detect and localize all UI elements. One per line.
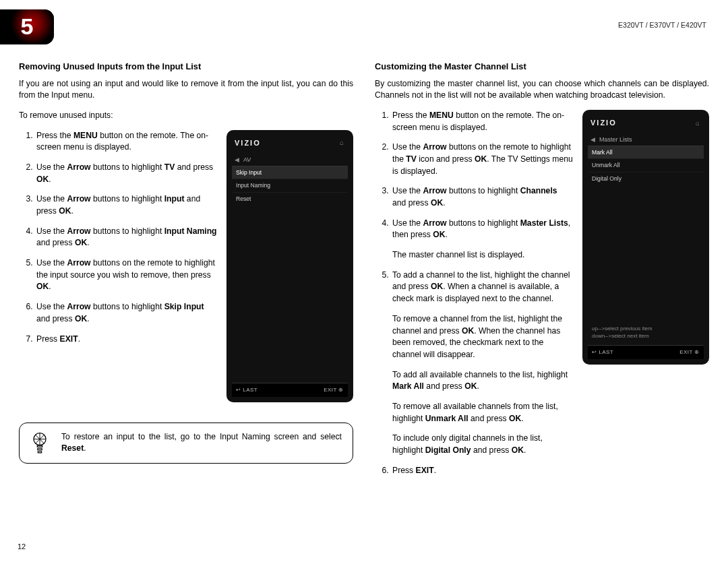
phone-body-space	[232, 205, 348, 380]
phone-crumb-text: AV	[243, 156, 251, 164]
phone-exit: EXIT ⊕	[324, 386, 344, 394]
right-step-3: Use the Arrow buttons to highlight Chann…	[391, 185, 573, 209]
phone-row-unmark-all: Unmark All	[588, 158, 704, 171]
chevron-left-icon: ◀	[590, 135, 595, 144]
right-step-6: Press EXIT.	[391, 465, 573, 477]
right-steps-list: Press the MENU button on the remote. The…	[375, 110, 573, 477]
right-step-4: Use the Arrow buttons to highlight Maste…	[391, 218, 573, 261]
left-lead: To remove unused inputs:	[19, 110, 353, 122]
left-step-3: Use the Arrow buttons to highlight Input…	[35, 193, 217, 217]
phone-footer: ↩ LAST EXIT ⊕	[588, 345, 704, 359]
right-step-5: To add a channel to the list, highlight …	[391, 270, 573, 457]
phone-crumb: ◀ AV	[232, 154, 348, 166]
phone-crumb-text: Master Lists	[599, 135, 632, 144]
left-step-5: Use the Arrow buttons on the remote to h…	[35, 257, 217, 293]
phone-row-digital-only: Digital Only	[588, 172, 704, 185]
right-heading: Customizing the Master Channel List	[375, 61, 709, 73]
right-intro: By customizing the master channel list, …	[375, 78, 709, 102]
model-string: E320VT / E370VT / E420VT	[618, 20, 706, 30]
phone-crumb: ◀ Master Lists	[588, 134, 704, 146]
phone-last: ↩ LAST	[592, 348, 613, 356]
phone-body-space	[588, 185, 704, 325]
chapter-number: 5	[0, 9, 54, 44]
left-intro: If you are not using an input and would …	[19, 78, 353, 102]
phone-hint-down: down-->select next item	[592, 332, 700, 340]
left-step-7: Press EXIT.	[35, 334, 217, 346]
phone-mock-av: VIZIO ⌂ ◀ AV Skip Input Input Naming Res…	[226, 130, 353, 402]
phone-mock-master-lists: VIZIO ⌂ ◀ Master Lists Mark All Unmark A…	[582, 110, 709, 365]
chevron-left-icon: ◀	[235, 156, 239, 164]
page-number: 12	[18, 542, 26, 553]
chapter-badge: 5	[0, 9, 54, 44]
right-step-2: Use the Arrow buttons on the remote to h…	[391, 142, 573, 177]
home-icon: ⌂	[340, 138, 345, 148]
left-step-1: Press the MENU button on the remote. The…	[35, 130, 217, 154]
phone-hints: up-->select previous item down-->select …	[588, 325, 704, 342]
tip-box: To restore an input to the list, go to t…	[19, 423, 353, 464]
left-step-6: Use the Arrow buttons to highlight Skip …	[35, 301, 217, 325]
right-step-1: Press the MENU button on the remote. The…	[391, 110, 573, 133]
left-heading: Removing Unused Inputs from the Input Li…	[19, 61, 353, 73]
phone-footer: ↩ LAST EXIT ⊕	[232, 383, 348, 397]
phone-brand-text: VIZIO	[590, 118, 617, 129]
phone-exit: EXIT ⊕	[679, 348, 700, 356]
phone-row-skip-input: Skip Input	[232, 166, 348, 179]
phone-row-input-naming: Input Naming	[232, 179, 348, 191]
lightbulb-icon	[30, 431, 49, 454]
right-column: Customizing the Master Channel List By c…	[375, 61, 709, 485]
phone-row-reset: Reset	[232, 192, 348, 205]
left-steps-list: Press the MENU button on the remote. The…	[19, 130, 217, 346]
phone-brand: VIZIO ⌂	[588, 117, 704, 134]
home-icon: ⌂	[696, 119, 701, 129]
tip-text: To restore an input to the list, go to t…	[61, 431, 342, 455]
phone-last: ↩ LAST	[236, 386, 257, 394]
phone-hint-up: up-->select previous item	[592, 325, 700, 332]
phone-row-mark-all: Mark All	[588, 146, 704, 158]
left-column: Removing Unused Inputs from the Input Li…	[19, 61, 353, 485]
left-step-4: Use the Arrow buttons to highlight Input…	[35, 226, 217, 249]
phone-brand: VIZIO ⌂	[232, 137, 348, 154]
phone-brand-text: VIZIO	[235, 138, 261, 149]
left-step-2: Use the Arrow buttons to highlight TV an…	[35, 162, 217, 185]
